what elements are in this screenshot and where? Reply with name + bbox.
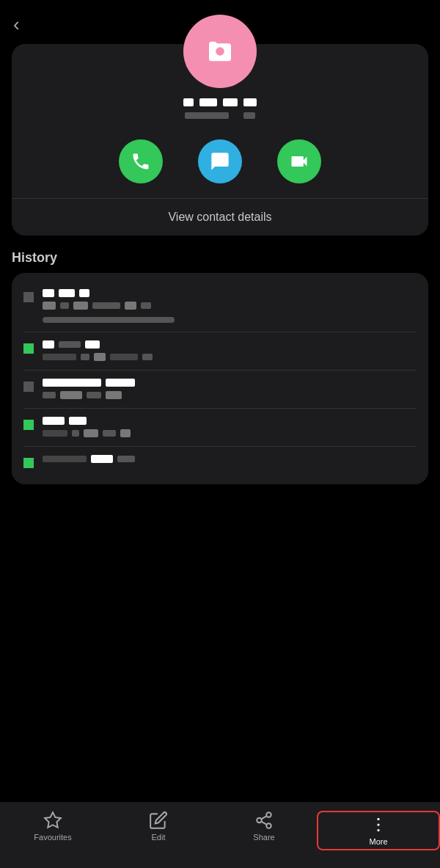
svg-point-6 [377,818,379,820]
svg-point-8 [377,829,379,831]
history-label: History [12,250,428,266]
contact-name-placeholder [183,88,257,119]
history-item[interactable] [23,370,417,408]
svg-point-1 [266,812,271,817]
video-icon [289,151,309,172]
history-item[interactable] [23,280,417,332]
more-dots-icon [369,815,388,834]
svg-line-5 [261,816,266,819]
nav-label-favourites: Favourites [34,833,71,842]
avatar [183,15,257,88]
message-icon [210,151,230,172]
avatar-wrap [183,15,257,88]
history-icon-4 [23,420,34,430]
camera-icon [205,37,235,66]
bottom-nav: Favourites Edit Share More [0,802,440,868]
call-button[interactable] [119,139,163,183]
nav-item-share[interactable]: Share [211,811,317,842]
history-list [12,273,428,484]
history-icon-2 [23,343,34,354]
history-icon-5 [23,458,34,468]
nav-label-more: More [369,837,387,846]
video-call-button[interactable] [277,139,321,183]
svg-point-7 [377,823,379,825]
history-item[interactable] [23,408,417,446]
share-icon [254,811,274,830]
message-button[interactable] [198,139,242,183]
history-content-5 [43,455,417,463]
history-item[interactable] [23,446,417,477]
history-content-4 [43,417,417,437]
action-buttons [119,139,321,183]
pencil-icon [149,811,168,830]
history-icon-1 [23,292,34,302]
history-content-3 [43,379,417,399]
star-icon [43,811,62,830]
svg-marker-0 [45,812,61,828]
nav-item-more[interactable]: More [317,811,440,850]
phone-icon [131,151,151,172]
history-icon-3 [23,382,34,392]
history-content-2 [43,340,417,361]
nav-label-share: Share [253,833,274,842]
nav-item-edit[interactable]: Edit [106,811,211,842]
svg-point-2 [257,818,262,823]
svg-point-3 [266,823,271,828]
progress-bar-1 [43,317,175,323]
nav-item-favourites[interactable]: Favourites [0,811,106,842]
history-content-1 [43,289,417,323]
svg-line-4 [261,822,266,825]
view-contact-details-button[interactable]: View contact details [12,199,428,236]
history-item[interactable] [23,332,417,370]
nav-label-edit: Edit [152,833,166,842]
contact-card: View contact details [12,44,428,236]
back-button[interactable]: ‹ [13,13,20,36]
